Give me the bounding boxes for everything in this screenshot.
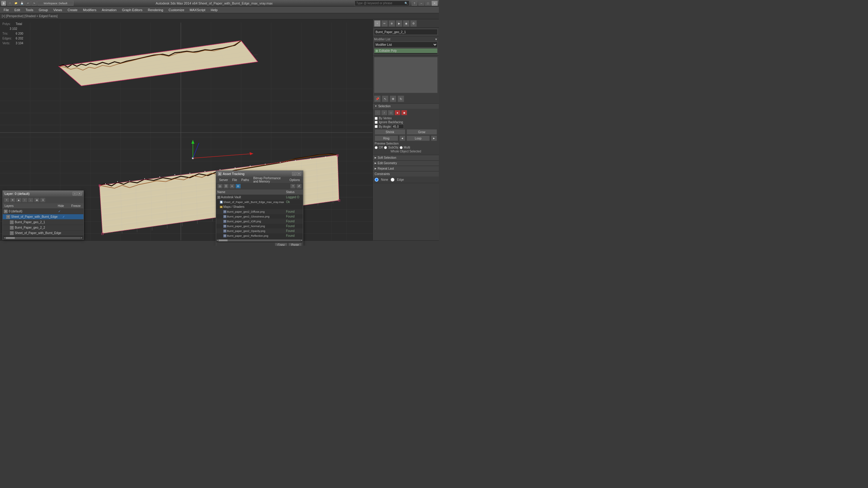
border-sel-btn[interactable]: □ xyxy=(388,110,394,116)
layer-row-geo1[interactable]: ▽ Burnt_Paper_geo_2_1 xyxy=(3,220,84,225)
layer-0-hide[interactable]: ✓ xyxy=(52,210,67,213)
preview-off-radio[interactable] xyxy=(375,146,378,149)
layers-close-btn[interactable]: ✕ xyxy=(78,192,82,195)
preview-subobj-radio[interactable] xyxy=(384,146,387,149)
layer-row-0[interactable]: ☰ 0 (default) ✓ xyxy=(3,209,84,214)
modifier-dropdown-arrow[interactable]: ▼ xyxy=(435,38,438,41)
modify-tab[interactable]: ✏ xyxy=(381,20,388,27)
layer-row-sheet[interactable]: ☰ Sheet_of_Paper_with_Burnt_Edge ✓ xyxy=(3,214,84,220)
menu-views[interactable]: Views xyxy=(51,7,64,13)
loop-arrow-btn[interactable]: ► xyxy=(431,135,437,141)
utilities-tab[interactable]: ⚙ xyxy=(410,20,417,27)
help-btn[interactable]: ? xyxy=(412,1,417,6)
minimize-btn[interactable]: – xyxy=(418,1,424,6)
viewport-label[interactable]: [+] [Perspective] [Shaded + Edged Faces] xyxy=(0,13,439,19)
hscroll-track[interactable] xyxy=(218,239,301,241)
move-btn[interactable]: ✥ xyxy=(390,96,396,102)
vertex-sel-btn[interactable]: · xyxy=(375,110,381,116)
by-vertex-check[interactable] xyxy=(375,117,378,120)
asset-maximize-btn[interactable]: □ xyxy=(292,172,296,175)
hierarchy-tab[interactable]: ⊕ xyxy=(389,20,395,27)
menu-edit[interactable]: Edit xyxy=(12,7,23,13)
asset-paste-btn[interactable]: Paste xyxy=(288,243,302,246)
constraint-edge-radio[interactable] xyxy=(391,178,395,182)
menu-group[interactable]: Group xyxy=(36,7,50,13)
layer-row-geo2[interactable]: ▽ Burnt_Paper_geo_2_2 xyxy=(3,225,84,230)
asset-row-file[interactable]: 📄 Sheet_of_Paper_with_Burnt_Edge_max_vra… xyxy=(216,200,303,204)
layers-add-btn[interactable]: ▲ xyxy=(16,198,22,202)
loop-btn[interactable]: Loop xyxy=(407,135,430,141)
scroll-thumb[interactable] xyxy=(6,237,15,239)
asset-row-diffuse[interactable]: 🖼 Burnt_paper_geo2_Diffuse.png Found xyxy=(216,209,303,214)
edge-sel-btn[interactable]: / xyxy=(381,110,387,116)
menu-help[interactable]: Help xyxy=(208,7,220,13)
asset-tool-4[interactable]: ⊞ xyxy=(236,184,241,189)
hscroll-thumb[interactable] xyxy=(218,239,227,241)
display-tab[interactable]: ◉ xyxy=(403,20,410,27)
layer-row-sheet2[interactable]: ▽ Sheet_of_Paper_with_Burnt_Edge xyxy=(3,230,84,236)
by-angle-check[interactable] xyxy=(375,125,378,128)
layers-move-down-btn[interactable]: ↓ xyxy=(28,198,33,202)
asset-menu-server[interactable]: Server xyxy=(217,178,230,182)
object-name-input[interactable] xyxy=(374,29,438,35)
scroll-right-btn[interactable]: ► xyxy=(81,236,83,239)
modifier-item-editable-poly[interactable]: Editable Poly xyxy=(374,48,437,53)
menu-maxscript[interactable]: MAXScript xyxy=(187,7,208,13)
rotate-btn[interactable]: ↻ xyxy=(398,96,404,102)
workspace-dropdown[interactable]: Workspace: Default xyxy=(37,1,73,6)
viewport[interactable]: Polys: Total 3 102 Tris: 6 200 Edges: 6 … xyxy=(0,19,373,246)
layers-new-btn[interactable]: + xyxy=(4,198,9,202)
select-btn[interactable]: ↖ xyxy=(382,96,389,102)
maximize-btn[interactable]: □ xyxy=(425,1,431,6)
menu-tools[interactable]: Tools xyxy=(23,7,36,13)
search-bar[interactable]: 🔍 xyxy=(355,1,409,6)
create-tab[interactable]: + xyxy=(374,20,381,27)
asset-tool-help[interactable]: ? xyxy=(290,184,296,189)
constraint-none-radio[interactable] xyxy=(375,178,378,182)
asset-tool-3[interactable]: ≡ xyxy=(229,184,235,189)
soft-selection-header[interactable]: ▶ Soft Selection xyxy=(373,155,439,160)
layer-sheet-hide[interactable]: ✓ xyxy=(58,215,70,218)
asset-row-maps[interactable]: ▶ Maps / Shaders xyxy=(216,204,303,209)
redo-btn[interactable]: ↪ xyxy=(31,1,37,6)
asset-row-gloss[interactable]: 🖼 Burnt_paper_geo2_Glossiness.png Found xyxy=(216,214,303,219)
polygon-sel-btn[interactable]: ■ xyxy=(395,110,401,116)
preview-multi-radio[interactable] xyxy=(400,146,403,149)
repeat-last-header[interactable]: ▶ Repeat Last xyxy=(373,166,439,171)
hscroll-left[interactable]: ◄ xyxy=(216,239,218,241)
asset-copy-btn[interactable]: Copy xyxy=(275,243,287,246)
ignore-backfacing-check[interactable] xyxy=(375,121,378,124)
asset-row-reflection[interactable]: 🖼 Burnt_paper_geo2_Reflection.png Found xyxy=(216,233,303,238)
modifier-dropdown[interactable]: Modifier List xyxy=(374,41,438,47)
asset-tool-1[interactable]: ◎ xyxy=(217,184,223,189)
scroll-left-btn[interactable]: ◄ xyxy=(3,236,6,239)
asset-hscroll[interactable]: ◄ ► xyxy=(216,238,303,242)
close-btn[interactable]: ✕ xyxy=(432,1,438,6)
layers-info-btn[interactable]: ℹ xyxy=(40,198,45,202)
menu-customize[interactable]: Customize xyxy=(166,7,187,13)
grow-btn[interactable]: Grow xyxy=(407,129,437,135)
asset-row-normal[interactable]: 🖼 Burnt_paper_geo2_Normal.png Found xyxy=(216,224,303,229)
asset-row-opacity[interactable]: 🖼 Burnt_paper_geo2_Opacity.png Found xyxy=(216,229,303,233)
open-btn[interactable]: 📁 xyxy=(13,1,19,6)
asset-menu-bitmap[interactable]: Bitmap Performance and Memory xyxy=(251,176,287,183)
menu-file[interactable]: File xyxy=(1,7,11,13)
selection-header[interactable]: ▼ Selection xyxy=(373,104,439,109)
asset-menu-file[interactable]: File xyxy=(230,178,239,182)
save-btn[interactable]: 💾 xyxy=(19,1,25,6)
element-sel-btn[interactable]: ◼ xyxy=(401,110,407,116)
shrink-btn[interactable]: Shrink xyxy=(375,129,405,135)
search-input[interactable] xyxy=(356,1,404,5)
layers-select-btn[interactable]: ◈ xyxy=(34,198,39,202)
asset-tool-2[interactable]: ☰ xyxy=(223,184,229,189)
menu-rendering[interactable]: Rendering xyxy=(146,7,166,13)
asset-row-vault[interactable]: V Autodesk Vault Logged O xyxy=(216,195,303,200)
layers-question-btn[interactable]: ? xyxy=(73,192,77,195)
pin-btn[interactable]: 📌 xyxy=(374,96,381,102)
menu-animation[interactable]: Animation xyxy=(99,7,119,13)
asset-menu-options[interactable]: Options xyxy=(288,178,302,182)
hscroll-right[interactable]: ► xyxy=(301,239,303,241)
motion-tab[interactable]: ▶ xyxy=(396,20,402,27)
menu-modifiers[interactable]: Modifiers xyxy=(81,7,99,13)
new-btn[interactable]: □ xyxy=(7,1,13,6)
